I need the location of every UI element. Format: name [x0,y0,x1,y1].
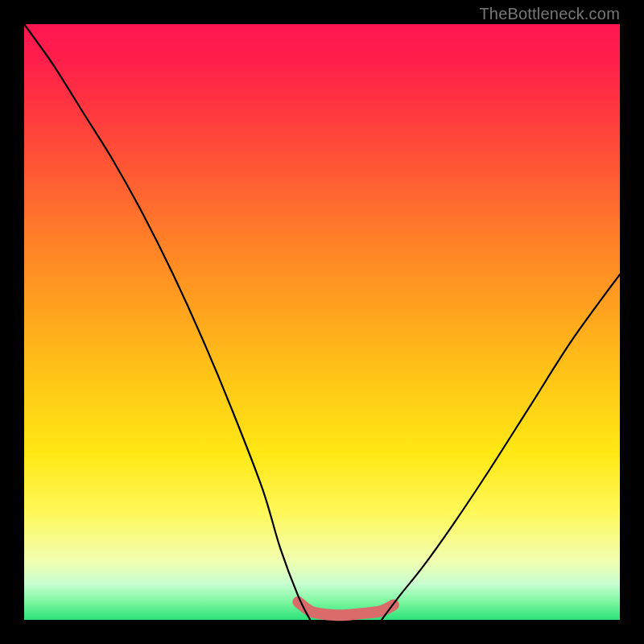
valley-band [298,602,393,615]
left-curve [24,24,310,620]
chart-svg [24,24,620,620]
watermark-label: TheBottleneck.com [479,5,620,23]
chart-frame: TheBottleneck.com [0,0,644,644]
right-curve [382,275,620,620]
